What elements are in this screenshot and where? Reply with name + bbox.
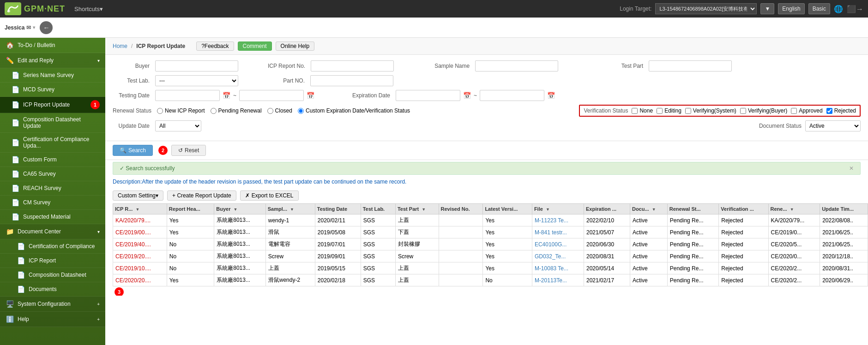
renewal-radio-new[interactable]: New ICP Report — [157, 107, 205, 114]
table-cell[interactable]: EC40100G... — [532, 238, 584, 250]
vs-none[interactable]: None — [632, 107, 653, 114]
vs-verifying-buyer[interactable]: Verifying(Buyer) — [740, 107, 787, 114]
table-row[interactable]: CE/2019/00....Yes系統廠8013...滑鼠2019/05/08S… — [113, 226, 868, 238]
expiration-date-from[interactable] — [396, 90, 460, 101]
vs-editing[interactable]: Editing — [657, 107, 681, 114]
cb-editing[interactable] — [657, 108, 663, 114]
cal-icon-1[interactable]: 📅 — [223, 92, 230, 99]
sidebar-item-cert-compliance-doc[interactable]: 📄 Certification of Compliance — [0, 239, 105, 254]
testing-date-from[interactable] — [155, 90, 220, 101]
comment-button[interactable]: Comment — [238, 42, 272, 51]
filter-icon-5[interactable]: ▼ — [546, 207, 550, 212]
renewal-radio-pending[interactable]: Pending Renewal — [211, 107, 262, 114]
test-lab-select[interactable]: --- — [155, 75, 238, 86]
logout-icon[interactable]: ⬛→ — [847, 5, 863, 13]
sidebar-item-custom-form[interactable]: 📄 Custom Form — [0, 153, 105, 167]
arrow-down-btn[interactable]: ▼ — [760, 3, 774, 14]
back-button[interactable]: ← — [40, 21, 53, 34]
table-cell[interactable]: M-10083 Te... — [532, 262, 584, 274]
table-cell[interactable]: CE/2019/20.... — [113, 250, 167, 262]
cal-icon-3[interactable]: 📅 — [463, 92, 471, 99]
sidebar-item-composition-datasheet-update[interactable]: 📄 Composition Datasheet Update — [0, 113, 105, 133]
radio-closed[interactable] — [267, 108, 273, 114]
cal-icon-4[interactable]: 📅 — [547, 92, 555, 99]
sidebar-item-cert-compliance-update[interactable]: 📄 Certification of Compliance Upda... — [0, 133, 105, 153]
table-cell[interactable]: CE/2019/40.... — [113, 238, 167, 250]
renewal-radio-closed[interactable]: Closed — [267, 107, 292, 114]
sidebar-item-documents-doc[interactable]: 📄 Documents — [0, 282, 105, 297]
create-report-button[interactable]: + Create Report Update — [167, 190, 236, 201]
sidebar-section-edit-reply[interactable]: ✏️ Edit and Reply ▾ — [0, 53, 105, 68]
breadcrumb-home[interactable]: Home — [113, 43, 127, 49]
vs-verifying-system[interactable]: Verifying(System) — [685, 107, 736, 114]
testing-date-to[interactable] — [239, 90, 304, 101]
cb-vs[interactable] — [685, 108, 691, 114]
expiration-date-to[interactable] — [480, 90, 544, 101]
sidebar-item-series-name-survey[interactable]: 📄 Series Name Survey — [0, 68, 105, 83]
sidebar-item-reach-survey[interactable]: 📄 REACH Survey — [0, 181, 105, 196]
language-button[interactable]: English — [778, 3, 804, 14]
icp-report-no-input[interactable] — [311, 60, 394, 71]
sidebar-item-ca65-survey[interactable]: 📄 CA65 Survey — [0, 167, 105, 181]
filter-icon-2[interactable]: ▼ — [234, 207, 238, 212]
vs-approved[interactable]: Approved — [791, 107, 822, 114]
dropdown-arrow[interactable]: ▾ — [33, 25, 35, 30]
sidebar-item-cm-survey[interactable]: 📄 CM Survey — [0, 196, 105, 210]
table-cell[interactable]: KA/2020/79.... — [113, 214, 167, 226]
table-cell[interactable]: M-20113Te... — [532, 274, 584, 286]
filter-icon-6[interactable]: ▼ — [652, 207, 656, 212]
filter-icon-3[interactable]: ▼ — [290, 207, 294, 212]
table-cell[interactable]: M-11223 Te... — [532, 214, 584, 226]
table-cell[interactable]: CE/2019/00.... — [113, 226, 167, 238]
cb-none[interactable] — [632, 108, 638, 114]
buyer-input[interactable] — [155, 60, 238, 71]
shortcuts-menu[interactable]: Shortcuts▾ — [74, 6, 103, 12]
radio-new[interactable] — [157, 108, 163, 114]
cb-rejected[interactable] — [826, 108, 832, 114]
login-target-select[interactable]: L3-1548672406898A02A02[安博科技有限... — [655, 3, 757, 14]
part-no-input[interactable] — [310, 75, 393, 86]
radio-custom[interactable] — [298, 108, 304, 114]
feedback-button[interactable]: ?Feedback — [196, 42, 234, 51]
radio-pending[interactable] — [211, 108, 217, 114]
update-date-select[interactable]: All — [155, 120, 201, 131]
sidebar-item-comp-datasheet-doc[interactable]: 📄 Composition Datasheet — [0, 268, 105, 282]
basic-button[interactable]: Basic — [808, 3, 830, 14]
sample-name-input[interactable] — [475, 60, 558, 71]
sidebar-item-suspected-material[interactable]: 📄 Suspected Material — [0, 210, 105, 224]
table-row[interactable]: CE/2020/20....Yes系統廠8013...滑鼠wendy-22020… — [113, 274, 868, 286]
cb-vb[interactable] — [740, 108, 746, 114]
table-row[interactable]: CE/2019/40....No系統廠8013...電解電容2019/07/01… — [113, 238, 868, 250]
test-part-input[interactable] — [649, 60, 732, 71]
doc-status-select[interactable]: Active — [805, 120, 861, 131]
custom-setting-button[interactable]: Custom Setting▾ — [113, 190, 163, 201]
sidebar-item-icp-report-update[interactable]: 📄 ICP Report Update 1 — [0, 97, 105, 113]
renewal-radio-custom[interactable]: Custom Expiration Date/Verification Stat… — [298, 107, 410, 114]
cb-approved[interactable] — [791, 108, 797, 114]
table-row[interactable]: CE/2019/10....No系統廠8013...上蓋2019/05/15SG… — [113, 262, 868, 274]
reset-button[interactable]: ↺ Reset — [171, 145, 206, 156]
filter-icon-4[interactable]: ▼ — [422, 207, 426, 212]
table-cell[interactable]: CE/2020/20.... — [113, 274, 167, 286]
vs-rejected[interactable]: Rejected — [826, 107, 856, 114]
sidebar-item-icp-report-doc[interactable]: 📄 ICP Report — [0, 254, 105, 268]
sidebar-section-system-config[interactable]: 🖥️ System Configuration + — [0, 297, 105, 312]
sidebar-item-todo[interactable]: 🏠 To-Do / Bulletin — [0, 38, 105, 53]
mail-icon[interactable]: ✉ — [26, 24, 31, 31]
table-row[interactable]: KA/2020/79....Yes系統廠8013...wendy-12020/0… — [113, 214, 868, 226]
globe-icon[interactable]: 🌐 — [834, 5, 843, 13]
filter-icon-1[interactable]: ▼ — [135, 207, 139, 212]
filter-icon-7[interactable]: ▼ — [790, 207, 794, 212]
close-success-button[interactable]: ✕ — [849, 165, 854, 172]
sidebar-item-mcd-survey[interactable]: 📄 MCD Survey — [0, 83, 105, 97]
sidebar-section-document-center[interactable]: 📁 Document Center ▾ — [0, 224, 105, 239]
cal-icon-2[interactable]: 📅 — [307, 92, 314, 99]
table-cell[interactable]: CE/2019/10.... — [113, 262, 167, 274]
table-row[interactable]: CE/2019/20....No系統廠8013...Screw2019/09/0… — [113, 250, 868, 262]
table-cell[interactable]: M-841 testr... — [532, 226, 584, 238]
export-excel-button[interactable]: ✗ Export to EXCEL — [240, 190, 299, 201]
search-button[interactable]: 🔍 Search — [113, 145, 153, 156]
help-button[interactable]: Online Help — [276, 42, 315, 51]
table-cell[interactable]: GD032_Te... — [532, 250, 584, 262]
sidebar-section-help[interactable]: ℹ️ Help + — [0, 312, 105, 327]
